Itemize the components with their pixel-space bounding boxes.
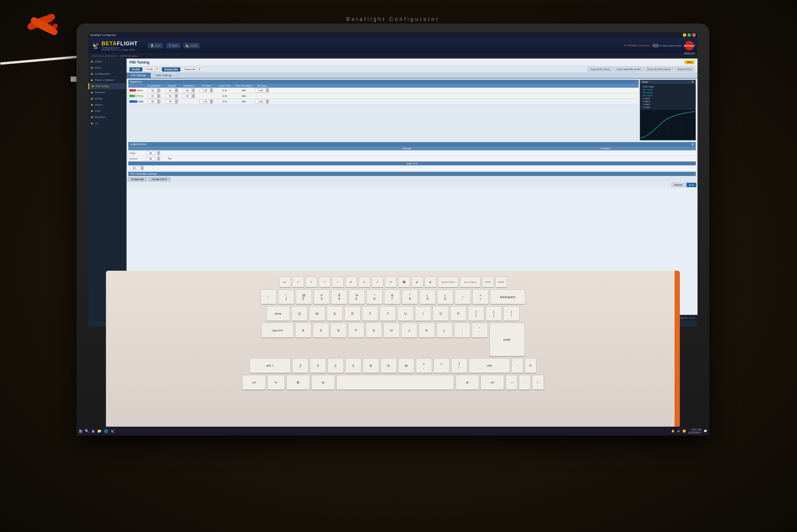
horizon-strength-up[interactable]: ▲: [157, 156, 160, 158]
key-shift-left[interactable]: shift ⇧: [250, 358, 291, 374]
win-close[interactable]: ✕: [692, 33, 696, 37]
key-delete[interactable]: delete: [495, 277, 507, 288]
key-fn-key[interactable]: fn: [525, 358, 536, 374]
roll-i-up[interactable]: ▲: [175, 88, 178, 90]
key-right[interactable]: ▷: [532, 375, 544, 390]
roll-rcrate-up[interactable]: ▲: [210, 88, 213, 90]
pitch-d-input[interactable]: [183, 94, 192, 98]
key-o[interactable]: O: [433, 306, 449, 321]
key-x[interactable]: X: [310, 358, 326, 374]
roll-d-up[interactable]: ▲: [192, 88, 195, 90]
key-rbracket[interactable]: }]: [486, 306, 502, 321]
key-2[interactable]: @2: [296, 289, 312, 305]
key-k[interactable]: K: [419, 323, 435, 338]
key-m[interactable]: M: [398, 358, 414, 374]
key-w[interactable]: W: [309, 306, 325, 321]
sidebar-item-setup[interactable]: ▶ Setup: [88, 59, 126, 65]
angle-strength-input[interactable]: [146, 152, 155, 155]
yaw-p-up[interactable]: ▲: [157, 99, 160, 101]
key-lbracket[interactable]: {[: [468, 306, 484, 321]
win-minimize[interactable]: —: [683, 33, 686, 37]
key-j[interactable]: J: [401, 323, 417, 338]
key-y[interactable]: Y: [380, 306, 396, 321]
key-f12[interactable]: pause break: [438, 277, 458, 288]
key-r[interactable]: R: [344, 306, 361, 321]
key-period[interactable]: >.: [434, 358, 450, 374]
copy-rateprofile-button[interactable]: Copy rateprofile values: [614, 67, 643, 72]
key-f1[interactable]: z²: [292, 277, 304, 288]
key-l[interactable]: L: [436, 323, 453, 338]
key-backtick[interactable]: ~`: [261, 289, 277, 305]
key-0[interactable]: )0: [437, 289, 453, 305]
key-enter[interactable]: enter: [490, 323, 525, 357]
key-f4[interactable]: i⁵: [332, 277, 344, 288]
roll-i-down[interactable]: ▼: [175, 90, 178, 92]
taskbar-bf-icon[interactable]: 🦅: [111, 429, 115, 433]
angle-limit-down[interactable]: ▼: [141, 168, 144, 170]
pitch-d-down[interactable]: ▼: [192, 96, 195, 98]
roll-rcrate-input[interactable]: [200, 89, 210, 92]
sidebar-item-configuration[interactable]: ▶ Configuration: [88, 71, 126, 77]
yaw-expo-down[interactable]: ▼: [266, 101, 269, 103]
key-n[interactable]: N: [381, 358, 397, 374]
refresh-button[interactable]: Refresh: [671, 183, 685, 187]
key-t[interactable]: T: [362, 306, 378, 321]
key-u[interactable]: U: [397, 306, 414, 321]
sidebar-item-ports[interactable]: ▶ Ports: [88, 65, 126, 71]
key-q[interactable]: Q: [291, 306, 307, 321]
save-button[interactable]: Save: [686, 183, 696, 187]
taskbar-notification-icon[interactable]: 🔔: [671, 430, 675, 433]
show-all-pids-button[interactable]: Show all PIDs: [675, 67, 695, 72]
taskbar-action-center-icon[interactable]: 💬: [704, 430, 707, 433]
roll-expo-up[interactable]: ▲: [266, 88, 269, 90]
yaw-i-down[interactable]: ▼: [175, 101, 178, 103]
key-4[interactable]: $4: [331, 289, 347, 305]
key-8[interactable]: *8: [402, 289, 418, 305]
throttle-expo-button[interactable]: Throttle EXPO: [148, 177, 170, 182]
taskbar-network-icon[interactable]: 📶: [683, 430, 686, 433]
pitch-i-up[interactable]: ▲: [175, 94, 178, 96]
key-f8[interactable]: f8: [385, 277, 397, 288]
roll-p-input[interactable]: [148, 89, 157, 92]
sidebar-item-osd[interactable]: ▶ OSD: [88, 108, 126, 114]
key-ctrl-left[interactable]: ctrl: [242, 375, 266, 390]
roll-i-input[interactable]: [166, 89, 175, 92]
taskbar-app-icon-2[interactable]: 🌐: [104, 429, 108, 433]
key-f6[interactable]: f6: [359, 277, 370, 288]
key-d[interactable]: D: [330, 323, 347, 338]
throttle-mid-button[interactable]: Throttle MID: [128, 177, 147, 182]
angle-limit-up[interactable]: ▲: [141, 166, 144, 168]
yaw-i-input[interactable]: [166, 100, 175, 103]
key-backspace[interactable]: backspace: [490, 289, 525, 305]
key-left[interactable]: ◁: [506, 375, 517, 390]
key-comma[interactable]: <,: [416, 358, 432, 374]
key-space[interactable]: [336, 375, 454, 390]
pitch-d-up[interactable]: ▲: [192, 94, 195, 96]
key-prtsc[interactable]: prt sc sysrq: [460, 277, 481, 288]
wiki-button[interactable]: WIKI: [685, 60, 695, 64]
sidebar-item-modes[interactable]: ▶ Modes: [88, 96, 126, 102]
key-esc[interactable]: esc: [279, 277, 291, 288]
yaw-i-up[interactable]: ▲: [175, 99, 178, 101]
key-a[interactable]: A: [295, 323, 311, 338]
disconnect-button[interactable]: Disconnect: [685, 41, 694, 50]
horizon-strength-input[interactable]: [146, 157, 155, 160]
yaw-expo-up[interactable]: ▲: [266, 99, 269, 101]
key-z[interactable]: Z: [292, 358, 308, 374]
key-e[interactable]: E: [327, 306, 343, 321]
taskbar-search-icon[interactable]: 🔍: [85, 429, 89, 433]
profile-dropdown[interactable]: Profile 1 ▼: [145, 68, 159, 71]
key-3[interactable]: #3: [314, 289, 330, 305]
key-win[interactable]: ⊞: [286, 375, 310, 390]
yaw-p-input[interactable]: [148, 100, 157, 103]
expert-mode-toggle[interactable]: Enable Expert Mode: [652, 44, 682, 48]
key-c[interactable]: C: [327, 358, 344, 374]
taskbar-start-button[interactable]: ⊞: [79, 429, 82, 433]
key-6[interactable]: ^6: [366, 289, 383, 305]
key-slash[interactable]: ?/: [451, 358, 467, 374]
roll-expo-down[interactable]: ▼: [266, 90, 269, 92]
key-insert[interactable]: insert: [482, 277, 494, 288]
roll-p-up[interactable]: ▲: [157, 88, 160, 90]
angle-settings-icon[interactable]: ⚙: [691, 143, 694, 146]
key-down[interactable]: ↓: [519, 375, 531, 390]
